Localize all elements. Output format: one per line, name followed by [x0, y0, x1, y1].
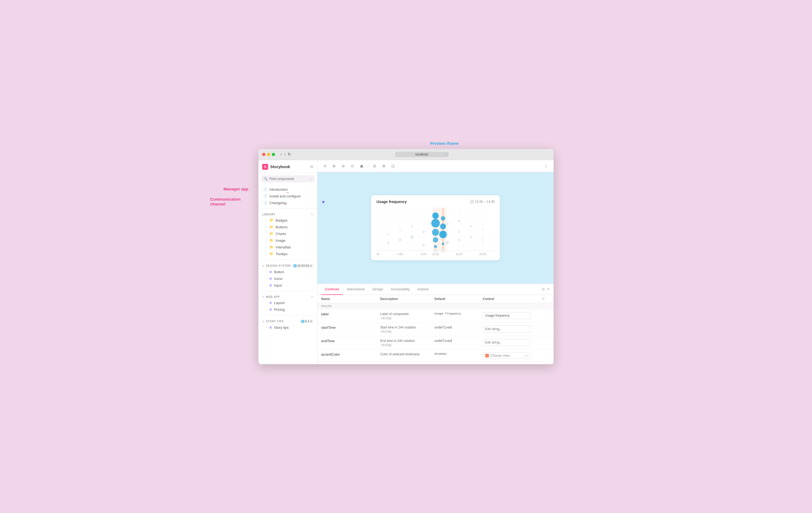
- sidebar-item-image[interactable]: › 📁 Image: [258, 237, 317, 244]
- sidebar-item-changelog[interactable]: 📄 Changelog: [258, 199, 317, 206]
- starttime-input[interactable]: [483, 326, 531, 332]
- sidebar-item-icons[interactable]: › ⊞ Icons: [258, 275, 317, 282]
- prop-desc-starttime: Start time in 24h notation string: [380, 326, 434, 333]
- svg-point-33: [442, 243, 444, 245]
- prop-name-starttime: startTime: [321, 326, 380, 329]
- sidebar-item-charts[interactable]: › 📁 Charts: [258, 231, 317, 237]
- svg-text:4:00: 4:00: [398, 253, 403, 256]
- doc-icon: 📄: [263, 187, 267, 191]
- panel-layout-icon[interactable]: ⊟: [542, 287, 545, 291]
- sidebar-item-label: Install and configure: [269, 194, 300, 198]
- prop-row-starttime: startTime Start time in 24h notation str…: [317, 323, 554, 336]
- col-default-header: Default: [434, 297, 483, 301]
- settings-icon[interactable]: ⚙: [310, 164, 313, 169]
- zoom-out-button[interactable]: ⊖: [340, 162, 347, 170]
- tab-controls[interactable]: Controls: [321, 284, 343, 295]
- code-icon[interactable]: </>: [524, 354, 529, 357]
- story-tips-version[interactable]: 🌐 0.7 ∨: [300, 320, 313, 323]
- svg-text:0:00: 0:00: [376, 253, 379, 256]
- prop-desc-accentcolor: Color of selected timeframe: [380, 352, 434, 356]
- traffic-lights: [262, 153, 275, 156]
- search-bar[interactable]: 🔍 Find components /: [261, 176, 315, 182]
- component-icon: ⊞: [269, 270, 272, 274]
- grid-button[interactable]: ⊟: [371, 162, 378, 170]
- prop-control-accentcolor[interactable]: Choose color... </>: [483, 352, 542, 359]
- address-input[interactable]: localhost: [395, 152, 449, 157]
- clock-icon: 🕐: [470, 200, 474, 204]
- svg-point-30: [441, 216, 445, 220]
- back-button[interactable]: ‹: [281, 152, 282, 157]
- sidebar-item-buttons[interactable]: › 📁 Buttons: [258, 224, 317, 231]
- prop-row-label: label Label of component string Usage fr…: [317, 309, 554, 323]
- doc-icon: 📄: [263, 201, 267, 205]
- label-input[interactable]: [483, 312, 531, 319]
- settings-button[interactable]: ⚙: [380, 162, 387, 170]
- sidebar-item-input[interactable]: › ⊞ Input: [258, 282, 317, 289]
- main-area: ↺ ⊕ ⊖ ⊙ ▣ ⊟ ⚙ ◫ ⤢ Usage frequenc: [317, 160, 554, 364]
- forward-button[interactable]: ›: [284, 152, 285, 157]
- layout-button[interactable]: ◫: [389, 162, 397, 170]
- sidebar-item-label: Layout: [274, 301, 285, 305]
- svg-point-39: [458, 239, 461, 241]
- prop-desc-label: Label of component string: [380, 312, 434, 320]
- fit-button[interactable]: ▣: [358, 162, 365, 170]
- endtime-input[interactable]: [483, 339, 531, 346]
- prop-default-starttime: undefined: [434, 326, 483, 329]
- search-shortcut: /: [311, 177, 312, 181]
- svg-point-40: [470, 225, 472, 227]
- panel-close-icon[interactable]: ✕: [547, 287, 550, 291]
- sidebar-item-layout[interactable]: › ⊞ Layout: [258, 299, 317, 306]
- zoom-in-button[interactable]: ⊕: [330, 162, 338, 170]
- tab-actions[interactable]: Actions: [413, 284, 433, 295]
- design-system-label: Design system: [266, 264, 291, 267]
- sidebar-item-introduction[interactable]: 📄 Introduction: [258, 186, 317, 193]
- sidebar-item-label: Introduction: [269, 187, 288, 191]
- prop-row-endtime: endTime End time in 24h notation string …: [317, 336, 554, 350]
- chevron-down-icon: ∨: [310, 320, 312, 323]
- design-system-version[interactable]: 🌐 10.03.01 ∨: [292, 264, 313, 268]
- chevron-icon: ›: [266, 219, 267, 222]
- library-label: LIBRARY: [262, 213, 276, 216]
- design-system-section: ∨ Design system 🌐 10.03.01 ∨ › ⊞ Button: [258, 261, 317, 290]
- minimize-button[interactable]: [267, 153, 270, 156]
- component-icon: ⊞: [269, 301, 272, 304]
- sidebar-item-label: Changelog: [269, 201, 286, 205]
- sidebar-item-tooltips[interactable]: › 📁 Tooltips: [258, 250, 317, 257]
- web-app-label: WEB APP: [266, 295, 280, 298]
- refresh-button[interactable]: ↻: [288, 152, 291, 157]
- col-name-header: Name: [321, 297, 380, 301]
- tab-interactions[interactable]: Interactions: [343, 284, 369, 295]
- globe-icon: 🌐: [301, 320, 304, 323]
- bubble-chart: 0:00 4:00 8:00 12:00 16:00 20:00: [376, 208, 495, 256]
- external-link-button[interactable]: ⤢: [542, 162, 550, 170]
- sidebar-item-interstitial[interactable]: › 📁 Interstitial: [258, 244, 317, 250]
- zoom-reset-button[interactable]: ⊙: [349, 162, 356, 170]
- web-app-header: ∨ WEB APP ↻: [258, 293, 317, 299]
- sidebar-item-pricing[interactable]: › ⊞ Pricing: [258, 306, 317, 313]
- sidebar-item-install[interactable]: 📄 Install and configure: [258, 193, 317, 199]
- close-button[interactable]: [262, 153, 265, 156]
- sidebar-item-story-tips[interactable]: › ⊞ Story tips: [258, 324, 317, 331]
- story-tips-header: ∨ Story tips 🌐 0.7 ∨: [258, 318, 317, 324]
- folder-icon: 📁: [269, 252, 273, 256]
- chevron-icon: ›: [266, 232, 267, 235]
- doc-icon: 📄: [263, 194, 267, 198]
- chevron-icon: ∨: [262, 320, 264, 323]
- color-swatch: [485, 354, 489, 357]
- tab-accessibility[interactable]: Accessibility: [387, 284, 413, 295]
- sidebar-item-badges[interactable]: › 📁 Badges: [258, 217, 317, 224]
- channel-annotation: Communication channel: [210, 197, 256, 207]
- tab-design[interactable]: Design: [369, 284, 387, 295]
- chevron-icon: ›: [266, 270, 267, 273]
- manager-app-annotation: Manager app: [224, 187, 249, 191]
- reset-all-icon[interactable]: ↺: [542, 297, 550, 301]
- svg-point-22: [423, 244, 425, 246]
- sidebar-item-label: Charts: [276, 232, 286, 236]
- storybook-logo: S Storybook: [262, 164, 290, 170]
- maximize-button[interactable]: [272, 153, 275, 156]
- sidebar-item-button[interactable]: › ⊞ Button: [258, 269, 317, 275]
- library-section-header: LIBRARY ↻: [258, 211, 317, 217]
- color-picker[interactable]: Choose color... </>: [483, 352, 531, 359]
- sync-button[interactable]: ↺: [321, 162, 329, 170]
- storybook-title: Storybook: [270, 164, 290, 169]
